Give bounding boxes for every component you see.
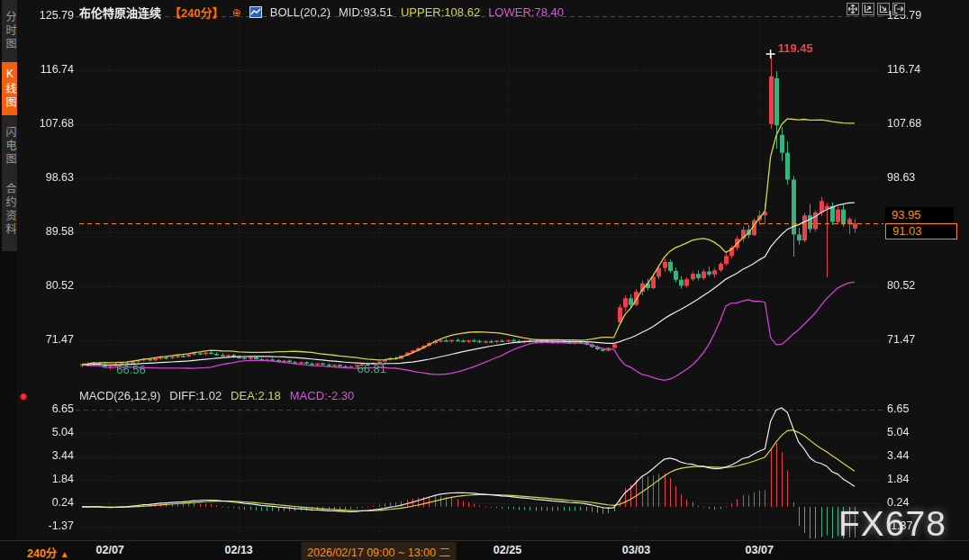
sidebar-tab-contract-info[interactable]: 合约资料 (2, 177, 17, 242)
sidebar-tab-flash-chart[interactable]: 闪电图 (2, 121, 17, 172)
x-axis-tick: 02/07 (96, 544, 124, 556)
x-axis-tick: 02/13 (225, 544, 253, 556)
period-arrow-icon: ▲ (60, 549, 69, 559)
period-selector[interactable]: 240分 ▲ (27, 544, 69, 560)
price-axis-label: 107.68 (887, 117, 921, 130)
boll-label: BOLL(20,2) (270, 5, 331, 19)
sidebar-filler (2, 251, 17, 560)
chart-canvas[interactable] (0, 0, 969, 560)
chart-toolbar (847, 3, 905, 15)
symbol-title: 布伦特原油连续 (79, 4, 161, 21)
price-axis-label: 98.63 (887, 171, 915, 184)
watermark-logo: FX678 (838, 504, 946, 544)
live-dot-icon: ✹ (19, 391, 28, 403)
sidebar-tab-kline-chart[interactable]: K线图 (2, 62, 17, 115)
macd-header: MACD(26,12,9) DIFF:1.02 DEA:2.18 MACD:-2… (79, 389, 354, 402)
pan-mode-icon[interactable] (847, 3, 859, 15)
x-axis-scale-icon[interactable] (877, 3, 890, 15)
last-price-tag: 93.95 (885, 207, 954, 222)
low-price-label: 66.81 (357, 362, 386, 375)
time-axis-bar (0, 540, 969, 560)
x-axis-tick: 02/25 (494, 544, 521, 556)
x-axis-tick: 03/03 (622, 544, 650, 556)
sidebar-tab-time-chart[interactable]: 分时图 (2, 5, 17, 57)
x-axis-tick: 03/07 (746, 544, 774, 556)
chart-header: 布伦特原油连续 【240分】 ⊕ BOLL(20,2) MID:93.51 UP… (79, 4, 564, 21)
price-line-tag: 91.03 (885, 223, 957, 239)
chart-window: 分时图 K线图 闪电图 合约资料 布伦特原油连续 【240分】 ⊕ BOLL(2… (0, 0, 969, 560)
macd-diff-value: DIFF:1.02 (169, 389, 222, 402)
macd-axis-label: 1.84 (887, 473, 909, 485)
collapse-panel-icon[interactable] (892, 3, 905, 15)
selected-candle-time: 2026/02/17 09:00 ~ 13:00 二 (301, 542, 457, 560)
high-price-label: 119.45 (778, 41, 813, 55)
macd-dea-value: DEA:2.18 (231, 389, 281, 402)
price-axis-label: 116.74 (887, 63, 920, 76)
add-indicator-icon[interactable]: ⊕ (232, 6, 241, 19)
sidebar: 分时图 K线图 闪电图 合约资料 (0, 0, 17, 560)
macd-label: MACD(26,12,9) (79, 389, 160, 402)
boll-lower-value: LOWER:78.40 (488, 5, 564, 19)
macd-axis-label: 5.04 (887, 426, 909, 438)
macd-value: MACD:-2.30 (290, 389, 355, 402)
boll-mid-value: MID:93.51 (339, 5, 393, 19)
boll-upper-value: UPPER:108.62 (401, 5, 480, 19)
indicator-chart-icon[interactable] (249, 6, 262, 18)
y-axis-scale-icon[interactable] (862, 3, 874, 15)
interval-tag[interactable]: 【240分】 (169, 4, 224, 21)
macd-axis-label: 6.65 (887, 402, 909, 415)
price-axis-label: 71.47 (887, 333, 915, 346)
low-price-label: 66.56 (116, 363, 146, 376)
macd-axis-label: 3.44 (887, 449, 909, 462)
price-axis-label: 80.52 (887, 279, 915, 292)
